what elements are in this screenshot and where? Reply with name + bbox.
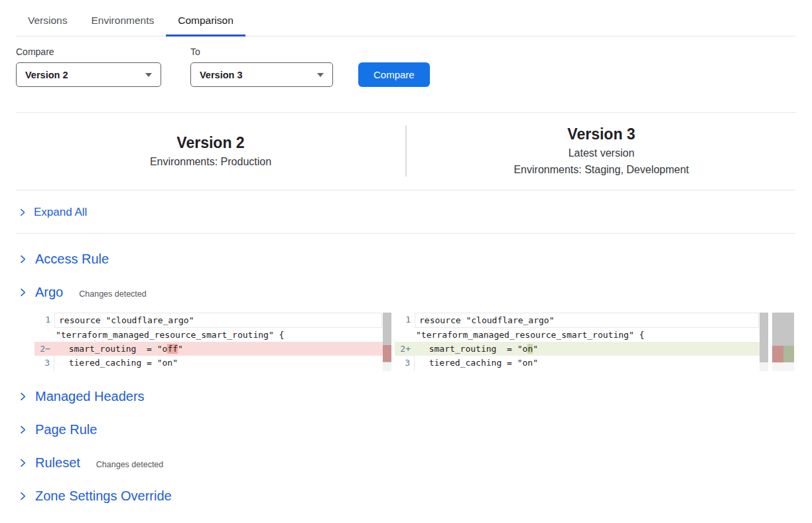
- tab-bar: Versions Environments Comparison: [16, 0, 796, 37]
- diff-pane-left: 1resource "cloudflare_argo""terraform_ma…: [34, 313, 391, 371]
- overview-marker-removed: [772, 346, 783, 362]
- section-label: Access Rule: [35, 252, 109, 267]
- diff-line: "terraform_managed_resource_smart_routin…: [34, 328, 391, 342]
- section-label: Zone Settings Override: [35, 488, 172, 504]
- diff-line: "terraform_managed_resource_smart_routin…: [395, 328, 768, 342]
- line-number: 4: [395, 370, 415, 371]
- compare-from-select[interactable]: Version 2: [16, 62, 161, 87]
- code-text: "terraform_managed_resource_smart_routin…: [415, 328, 759, 342]
- overview-marker-added: [783, 346, 794, 362]
- code-text: resource "cloudflare_argo": [415, 313, 759, 328]
- left-version-header: Version 2 Environments: Production: [16, 124, 405, 178]
- line-number: 2−: [34, 342, 54, 356]
- compare-to-label: To: [190, 46, 333, 57]
- diff-line: 3 tiered_caching = "on": [34, 356, 391, 370]
- chevron-right-icon: [19, 425, 27, 434]
- compare-from-label: Compare: [16, 46, 161, 57]
- expand-all-button[interactable]: Expand All: [16, 190, 796, 233]
- chevron-right-icon: [19, 459, 27, 467]
- section-argo[interactable]: Argo Changes detected: [19, 285, 796, 300]
- versions-header: Version 2 Environments: Production Versi…: [16, 113, 796, 190]
- right-version-title: Version 3: [567, 124, 635, 145]
- line-number: 4: [34, 370, 54, 371]
- line-number: [395, 328, 415, 342]
- diff-line: 4}: [34, 370, 391, 371]
- line-number: 1: [395, 313, 415, 328]
- diff-line: 1resource "cloudflare_argo": [395, 313, 768, 328]
- section-managed-headers[interactable]: Managed Headers: [19, 389, 796, 404]
- section-access-rule[interactable]: Access Rule: [19, 252, 796, 267]
- diff-code-right: 1resource "cloudflare_argo""terraform_ma…: [395, 313, 768, 371]
- diff-line: 1resource "cloudflare_argo": [34, 313, 391, 328]
- diff-pane-right: 1resource "cloudflare_argo""terraform_ma…: [395, 313, 768, 371]
- code-text: smart_routing = "off": [54, 342, 382, 356]
- code-text: resource "cloudflare_argo": [54, 313, 382, 328]
- code-text: "terraform_managed_resource_smart_routin…: [54, 328, 382, 342]
- code-text: smart_routing = "on": [415, 342, 759, 356]
- tab-versions[interactable]: Versions: [16, 11, 79, 36]
- scrollbar[interactable]: [383, 313, 391, 362]
- expand-all-label: Expand All: [34, 206, 87, 219]
- code-text: }: [54, 370, 382, 371]
- code-text: tiered_caching = "on": [54, 356, 382, 370]
- diff-line: 3 tiered_caching = "on": [395, 356, 768, 370]
- scrollbar-track: [760, 362, 768, 371]
- chevron-right-icon: [19, 208, 27, 216]
- chevron-down-icon: [317, 73, 324, 77]
- changes-detected-badge: Changes detected: [96, 460, 163, 469]
- chevron-right-icon: [19, 288, 27, 297]
- comparison-page: Versions Environments Comparison Compare…: [0, 0, 812, 523]
- right-version-subtitle: Latest version: [569, 145, 635, 161]
- section-zone-settings-override[interactable]: Zone Settings Override: [19, 488, 796, 504]
- left-version-environments: Environments: Production: [150, 153, 271, 170]
- changes-detected-badge: Changes detected: [79, 289, 146, 299]
- inline-diff-mark: ff: [167, 344, 178, 354]
- diff-line: 2+ smart_routing = "on": [395, 342, 768, 356]
- divider: [16, 233, 796, 234]
- code-text: }: [415, 370, 759, 371]
- section-label: Managed Headers: [35, 389, 145, 404]
- scrollbar[interactable]: [760, 313, 768, 362]
- compare-form: Compare Version 2 To Version 3 Compare: [16, 46, 796, 87]
- section-label: Ruleset: [35, 455, 80, 471]
- argo-diff: 1resource "cloudflare_argo""terraform_ma…: [34, 313, 796, 371]
- section-label: Argo: [35, 285, 63, 300]
- tab-comparison[interactable]: Comparison: [166, 11, 245, 36]
- chevron-right-icon: [19, 255, 27, 263]
- diff-line: 2− smart_routing = "off": [34, 342, 391, 356]
- chevron-right-icon: [19, 492, 27, 500]
- right-version-environments: Environments: Staging, Development: [513, 161, 689, 178]
- diff-marker-removed: [383, 345, 391, 362]
- line-number: 2+: [395, 342, 415, 356]
- line-number: [34, 328, 54, 342]
- compare-to-select[interactable]: Version 3: [190, 62, 333, 87]
- chevron-right-icon: [19, 392, 27, 401]
- compare-to-value: Version 3: [200, 70, 242, 80]
- overview-stub: [772, 362, 794, 371]
- code-text: tiered_caching = "on": [415, 356, 759, 370]
- diff-line: 4}: [395, 370, 768, 371]
- left-version-title: Version 2: [176, 133, 244, 153]
- compare-button[interactable]: Compare: [358, 62, 430, 87]
- scrollbar-track: [383, 362, 391, 371]
- line-number: 3: [34, 356, 54, 370]
- diff-code-left: 1resource "cloudflare_argo""terraform_ma…: [34, 313, 391, 371]
- line-number: 1: [34, 313, 54, 328]
- chevron-down-icon: [145, 73, 152, 77]
- compare-from-value: Version 2: [25, 70, 68, 80]
- right-version-header: Version 3 Latest version Environments: S…: [407, 124, 796, 178]
- tab-environments[interactable]: Environments: [79, 11, 166, 36]
- section-page-rule[interactable]: Page Rule: [19, 422, 796, 437]
- line-number: 3: [395, 356, 415, 370]
- section-label: Page Rule: [35, 422, 97, 437]
- overview-ruler[interactable]: [772, 313, 794, 371]
- section-ruleset[interactable]: Ruleset Changes detected: [19, 455, 796, 471]
